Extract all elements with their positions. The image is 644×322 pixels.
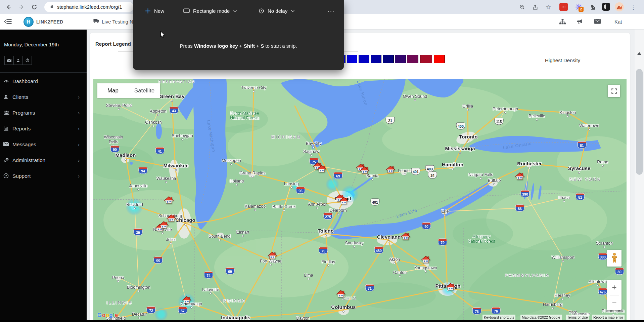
legend-swatch-0 (344, 55, 346, 63)
url-text: stephanie.link2feed.com/org/1 (57, 4, 122, 10)
bookmark-star-icon[interactable]: ☆ (544, 3, 552, 11)
svg-text:?: ? (5, 174, 7, 177)
house-marker[interactable] (317, 165, 326, 173)
password-extension-icon[interactable]: ⋯ (559, 3, 568, 11)
truck-icon (93, 18, 99, 25)
reload-icon[interactable] (30, 3, 38, 11)
sidebar-item-reports[interactable]: Reports› (0, 121, 87, 136)
sidebar-divider (0, 72, 87, 73)
sidebar-item-administration[interactable]: Administration› (0, 152, 87, 168)
chevron-right-icon: › (78, 157, 80, 163)
sidebar: Monday, December 19th DashboardClients›P… (0, 30, 87, 320)
sidebar-item-messages[interactable]: Messages› (0, 136, 87, 152)
house-marker[interactable] (159, 221, 169, 229)
house-marker[interactable] (421, 255, 430, 264)
sidebar-nav: DashboardClients›Programs›Reports›Messag… (0, 73, 87, 184)
density-map[interactable]: RESERVATIONMICHIGANILLINOISINDIANAOHIOPE… (93, 79, 627, 320)
chevron-down-icon (233, 9, 237, 12)
sidebar-item-label: Dashboard (12, 78, 38, 84)
sidebar-item-label: Clients (12, 94, 28, 100)
sidebar-date: Monday, December 19th (4, 42, 59, 47)
clock-icon (259, 8, 264, 14)
page-scrollbar-thumb[interactable] (636, 69, 643, 175)
house-marker[interactable] (182, 296, 191, 304)
legend-highest-label: Highest Density (545, 57, 580, 63)
sidebar-item-programs[interactable]: Programs› (0, 105, 87, 121)
network-selector[interactable]: Live Testing Net (93, 18, 137, 25)
chevron-right-icon: › (78, 142, 80, 147)
lock-icon (50, 4, 54, 10)
house-marker[interactable] (515, 172, 524, 180)
legend-swatch-2 (359, 55, 369, 63)
extension-badge: 2 (579, 7, 584, 12)
sidebar-item-label: Administration (12, 157, 45, 163)
house-marker[interactable] (339, 197, 349, 205)
attribution-report-a-map-error[interactable]: Report a map error (592, 315, 625, 320)
share-icon[interactable] (531, 3, 539, 11)
house-marker[interactable] (360, 166, 369, 174)
map-zoom-control: + − (607, 280, 622, 310)
mail-icon[interactable] (594, 19, 601, 25)
user-menu[interactable]: Kat (614, 19, 622, 25)
browser-menu-kebab-icon[interactable]: ⋮ (629, 3, 637, 11)
zoom-in-button[interactable]: + (607, 280, 622, 295)
network-name: Live Testing Net (102, 19, 137, 25)
megaphone-icon[interactable] (576, 19, 583, 25)
map-view-button[interactable]: Map (97, 87, 129, 94)
chevron-right-icon: › (78, 126, 80, 131)
brand-name: LINK2FEED (36, 19, 63, 25)
sidebar-item-label: Reports (12, 126, 31, 132)
legend-swatch-3 (371, 55, 381, 63)
question-icon: ? (3, 173, 11, 179)
dark-extension-icon[interactable] (602, 3, 610, 11)
zoom-out-button[interactable]: − (607, 295, 622, 311)
house-marker[interactable] (336, 290, 346, 298)
extensions-puzzle-icon[interactable] (588, 3, 596, 11)
attribution-terms-of-use[interactable]: Terms of Use (566, 315, 589, 320)
attribution-map-data-2022-google[interactable]: Map data ©2022 Google (520, 315, 562, 320)
window-bottom-edge (0, 320, 644, 322)
forward-icon[interactable] (17, 3, 26, 11)
envelope-icon (3, 142, 11, 148)
sidebar-item-clients[interactable]: Clients› (0, 89, 87, 105)
profile-quick-icon[interactable] (13, 56, 23, 65)
scrollbar-up-arrow[interactable] (637, 52, 641, 55)
fullscreen-button[interactable] (608, 85, 620, 97)
users-icon (3, 110, 11, 116)
house-marker[interactable] (386, 165, 395, 174)
back-icon[interactable] (5, 3, 13, 11)
snip-more-button[interactable]: ... (328, 7, 335, 14)
snip-mode-dropdown[interactable]: Rectangle mode (183, 8, 237, 14)
legend-swatch-8 (434, 55, 445, 63)
sidebar-item-label: Support (12, 173, 31, 179)
attribution-keyboard-shortcuts[interactable]: Keyboard shortcuts (482, 315, 515, 320)
legend-swatch-1 (347, 55, 357, 63)
snip-delay-dropdown[interactable]: No delay (259, 8, 295, 14)
chevron-right-icon: › (78, 173, 80, 179)
house-marker[interactable] (401, 232, 410, 241)
chevron-right-icon: › (78, 94, 80, 100)
sidebar-item-dashboard[interactable]: Dashboard (0, 73, 87, 89)
plus-icon (145, 8, 151, 14)
house-marker[interactable] (164, 196, 174, 204)
cogs-icon (3, 157, 11, 163)
sidebar-collapse-icon[interactable] (4, 18, 12, 26)
sitemap-icon[interactable] (559, 19, 566, 25)
mail-quick-icon[interactable] (4, 56, 14, 65)
chevron-down-icon (291, 9, 295, 12)
satellite-view-button[interactable]: Satellite (129, 87, 160, 94)
snip-new-button[interactable]: New (145, 8, 164, 14)
zoom-page-icon[interactable] (518, 3, 526, 11)
link2feed-logo[interactable]: H (24, 17, 34, 27)
legend-title: Report Legend (95, 41, 131, 47)
snip-hint-text: Press Windows logo key + Shift + S to st… (133, 43, 344, 49)
logout-power-icon[interactable] (22, 56, 32, 65)
user-icon (3, 94, 11, 100)
house-marker[interactable] (268, 251, 277, 260)
chart-icon (3, 126, 11, 132)
profile-avatar[interactable] (615, 2, 624, 11)
sidebar-item-support[interactable]: ?Support› (0, 168, 87, 184)
address-bar[interactable]: stephanie.link2feed.com/org/1 (44, 2, 134, 12)
pegman-button[interactable] (607, 250, 622, 267)
house-marker[interactable] (446, 283, 455, 291)
